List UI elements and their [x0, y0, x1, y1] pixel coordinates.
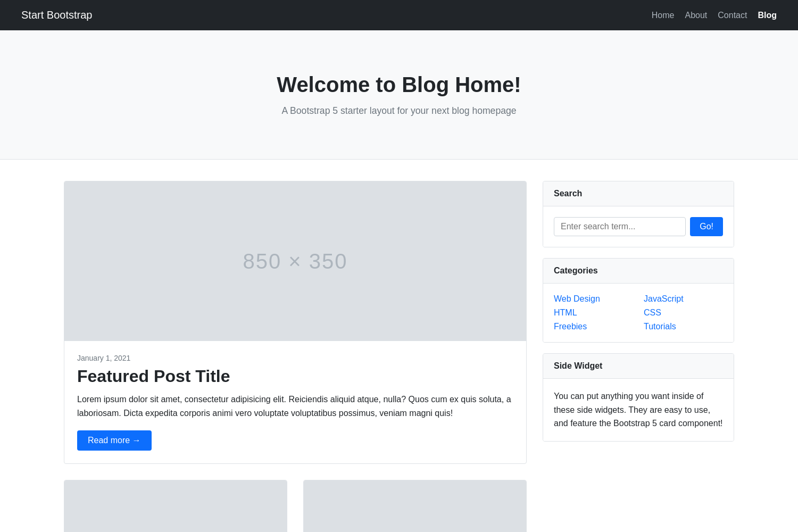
small-card-2: [303, 480, 527, 532]
featured-card: 850 × 350 January 1, 2021 Featured Post …: [64, 181, 527, 464]
sidebar: Search Go! Categories Web Design JavaScr…: [543, 181, 734, 442]
side-widget-header: Side Widget: [543, 354, 734, 379]
side-widget: Side Widget You can put anything you wan…: [543, 353, 734, 442]
search-go-button[interactable]: Go!: [690, 217, 723, 236]
search-widget: Search Go!: [543, 181, 734, 247]
main-container: 850 × 350 January 1, 2021 Featured Post …: [53, 160, 745, 532]
featured-post-title: Featured Post Title: [77, 367, 513, 386]
hero-section: Welcome to Blog Home! A Bootstrap 5 star…: [0, 30, 798, 160]
content-area: 850 × 350 January 1, 2021 Featured Post …: [64, 181, 527, 532]
navbar-links: Home About Contact Blog: [652, 11, 777, 20]
bottom-cards-row: [64, 480, 527, 532]
category-javascript[interactable]: JavaScript: [644, 294, 723, 304]
nav-link-about[interactable]: About: [685, 11, 708, 20]
navbar-brand[interactable]: Start Bootstrap: [21, 9, 92, 21]
category-css[interactable]: CSS: [644, 308, 723, 318]
navbar: Start Bootstrap Home About Contact Blog: [0, 0, 798, 30]
nav-link-blog[interactable]: Blog: [758, 11, 777, 20]
search-widget-body: Go!: [543, 206, 734, 247]
categories-grid: Web Design JavaScript HTML CSS Freebies …: [554, 294, 723, 331]
small-card-1: [64, 480, 287, 532]
categories-widget: Categories Web Design JavaScript HTML CS…: [543, 258, 734, 343]
hero-title: Welcome to Blog Home!: [11, 73, 787, 97]
main-layout: 850 × 350 January 1, 2021 Featured Post …: [64, 181, 734, 532]
categories-widget-body: Web Design JavaScript HTML CSS Freebies …: [543, 284, 734, 342]
featured-post-text: Lorem ipsum dolor sit amet, consectetur …: [77, 393, 513, 420]
side-widget-body: You can put anything you want inside of …: [543, 379, 734, 441]
featured-post-date: January 1, 2021: [77, 354, 513, 362]
small-card-2-image: [304, 480, 526, 532]
search-widget-header: Search: [543, 181, 734, 206]
small-card-1-image: [64, 480, 287, 532]
search-form: Go!: [554, 217, 723, 236]
featured-card-body: January 1, 2021 Featured Post Title Lore…: [64, 341, 526, 463]
side-widget-text: You can put anything you want inside of …: [554, 389, 723, 430]
nav-link-contact[interactable]: Contact: [718, 11, 747, 20]
nav-link-home[interactable]: Home: [652, 11, 675, 20]
search-input[interactable]: [554, 217, 686, 236]
read-more-button[interactable]: Read more →: [77, 430, 152, 451]
category-web-design[interactable]: Web Design: [554, 294, 633, 304]
hero-subtitle: A Bootstrap 5 starter layout for your ne…: [11, 105, 787, 117]
featured-image-placeholder: 850 × 350: [64, 181, 526, 341]
category-freebies[interactable]: Freebies: [554, 322, 633, 331]
categories-widget-header: Categories: [543, 259, 734, 284]
category-tutorials[interactable]: Tutorials: [644, 322, 723, 331]
category-html[interactable]: HTML: [554, 308, 633, 318]
